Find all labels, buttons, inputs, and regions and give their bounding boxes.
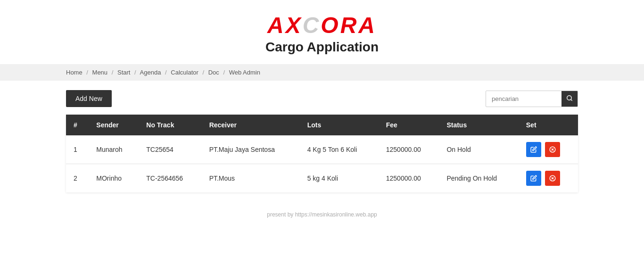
col-header-no: # xyxy=(66,115,89,135)
edit-button[interactable] xyxy=(526,142,541,157)
col-header-fee: Fee xyxy=(379,115,439,135)
main-content: Add New # Sender No Track Receiver Lots … xyxy=(0,81,644,202)
search-box xyxy=(486,91,578,107)
close-icon xyxy=(549,175,556,182)
edit-icon xyxy=(530,175,537,182)
cell-notrack: TC-2564656 xyxy=(139,164,201,193)
header: AXCORA Cargo Application xyxy=(0,0,644,64)
delete-button[interactable] xyxy=(545,142,560,157)
nav-calculator[interactable]: Calculator xyxy=(171,69,198,76)
nav-menu[interactable]: Menu xyxy=(92,69,108,76)
cell-lots: 4 Kg 5 Ton 6 Koli xyxy=(300,135,379,164)
col-header-notrack: No Track xyxy=(139,115,201,135)
table-header-row: # Sender No Track Receiver Lots Fee Stat… xyxy=(66,115,578,135)
cell-sender: MOrinho xyxy=(89,164,139,193)
cell-actions xyxy=(519,135,578,164)
cell-receiver: PT.Maju Jaya Sentosa xyxy=(202,135,300,164)
delete-button[interactable] xyxy=(545,171,560,186)
footer: present by https://mesinkasironline.web.… xyxy=(0,202,644,227)
search-button[interactable] xyxy=(561,91,578,107)
breadcrumb: Home / Menu / Start / Agenda / Calculato… xyxy=(0,64,644,81)
nav-start[interactable]: Start xyxy=(117,69,130,76)
nav-doc[interactable]: Doc xyxy=(208,69,219,76)
add-new-button[interactable]: Add New xyxy=(66,90,112,107)
nav-webadmin[interactable]: Web Admin xyxy=(229,69,260,76)
col-header-receiver: Receiver xyxy=(202,115,300,135)
nav-home[interactable]: Home xyxy=(66,69,83,76)
cargo-table: # Sender No Track Receiver Lots Fee Stat… xyxy=(66,115,578,192)
cell-fee: 1250000.00 xyxy=(379,135,439,164)
edit-icon xyxy=(530,146,537,153)
cell-sender: Munaroh xyxy=(89,135,139,164)
col-header-set: Set xyxy=(519,115,578,135)
cell-status: On Hold xyxy=(439,135,518,164)
app-title: Cargo Application xyxy=(9,40,635,55)
search-input[interactable] xyxy=(486,91,561,106)
col-header-sender: Sender xyxy=(89,115,139,135)
cell-notrack: TC25654 xyxy=(139,135,201,164)
cell-status: Pending On Hold xyxy=(439,164,518,193)
edit-button[interactable] xyxy=(526,171,541,186)
toolbar: Add New xyxy=(66,90,578,107)
cell-actions xyxy=(519,164,578,193)
cell-fee: 1250000.00 xyxy=(379,164,439,193)
col-header-lots: Lots xyxy=(300,115,379,135)
close-icon xyxy=(549,146,556,153)
cell-receiver: PT.Mous xyxy=(202,164,300,193)
cell-lots: 5 kg 4 Koli xyxy=(300,164,379,193)
cell-no: 1 xyxy=(66,135,89,164)
table-row: 1 Munaroh TC25654 PT.Maju Jaya Sentosa 4… xyxy=(66,135,578,164)
svg-line-1 xyxy=(571,99,572,100)
table-row: 2 MOrinho TC-2564656 PT.Mous 5 kg 4 Koli… xyxy=(66,164,578,193)
nav-agenda[interactable]: Agenda xyxy=(140,69,161,76)
footer-text: present by https://mesinkasironline.web.… xyxy=(267,211,377,218)
search-icon xyxy=(566,95,573,101)
cell-no: 2 xyxy=(66,164,89,193)
col-header-status: Status xyxy=(439,115,518,135)
logo: AXCORA xyxy=(9,14,635,37)
